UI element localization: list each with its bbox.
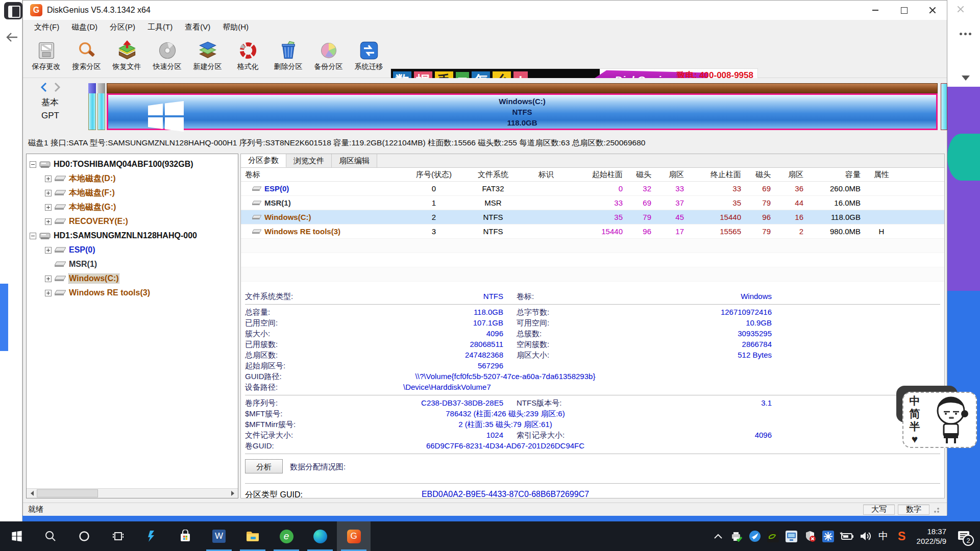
word-button[interactable]: W bbox=[202, 521, 236, 551]
resize-grip[interactable] bbox=[933, 506, 940, 513]
menu-tools[interactable]: 工具(T) bbox=[141, 21, 179, 34]
ime-simplified-indicator[interactable]: 简 bbox=[903, 407, 926, 420]
tree-item-local-d[interactable]: 本地磁盘(D:) bbox=[30, 171, 238, 186]
system-tray: 中 S 18:37 2022/5/9 2 bbox=[709, 521, 980, 551]
tree-item-hd0[interactable]: HD0:TOSHIBAMQ04ABF100(932GB) bbox=[30, 157, 238, 171]
partition-block-windows-c[interactable]: Windows(C:) NTFS 118.0GB bbox=[107, 83, 938, 130]
tab-sector-edit[interactable]: 扇区编辑 bbox=[332, 154, 377, 167]
backup-partition-button[interactable]: 备份分区 bbox=[308, 34, 349, 77]
table-row-msr[interactable]: MSR(1) 1 MSR 33 69 37 35 79 44 16.0MB bbox=[241, 196, 944, 210]
save-changes-button[interactable]: 保存更改 bbox=[26, 34, 66, 77]
expand-icon[interactable] bbox=[45, 204, 52, 211]
tree-item-hd1[interactable]: HD1:SAMSUNGMZNLN128HAHQ-000 bbox=[30, 229, 238, 243]
tray-intel-graphics-icon[interactable] bbox=[783, 521, 800, 551]
store-icon bbox=[179, 530, 192, 543]
partition-block-msr[interactable] bbox=[97, 83, 105, 130]
table-row-windows-c[interactable]: Windows(C:) 2 NTFS 35 79 45 15440 96 16 … bbox=[241, 210, 944, 224]
menu-partition[interactable]: 分区(P) bbox=[104, 21, 141, 34]
new-partition-button[interactable]: 新建分区 bbox=[187, 34, 228, 77]
tree-horizontal-scrollbar[interactable] bbox=[27, 488, 238, 498]
start-button[interactable] bbox=[0, 521, 34, 551]
expand-icon[interactable] bbox=[45, 176, 52, 182]
toolbar: 保存更改 搜索分区 恢复文件 快速分区 新建分区 格式化 bbox=[23, 34, 947, 78]
background-more-icon[interactable] bbox=[960, 33, 973, 36]
tray-battery-icon[interactable] bbox=[838, 521, 855, 551]
search-partition-button[interactable]: 搜索分区 bbox=[66, 34, 107, 77]
tray-nvidia-icon[interactable] bbox=[765, 521, 782, 551]
menu-help[interactable]: 帮助(H) bbox=[216, 21, 255, 34]
tree-item-recovery-e[interactable]: RECOVERY(E:) bbox=[30, 214, 238, 229]
edge-button[interactable] bbox=[303, 521, 337, 551]
taskbar-search-button[interactable] bbox=[34, 521, 67, 551]
flash-app-button[interactable] bbox=[135, 521, 168, 551]
background-caret-icon[interactable] bbox=[962, 76, 970, 85]
ime-heart-icon[interactable]: ♥ bbox=[903, 433, 926, 445]
menu-disk[interactable]: 磁盘(D) bbox=[65, 21, 104, 34]
microsoft-store-button[interactable] bbox=[168, 521, 202, 551]
scroll-left-icon[interactable] bbox=[27, 489, 36, 498]
ime-halfwidth-indicator[interactable]: 半 bbox=[903, 420, 926, 433]
tray-snowflake-icon[interactable] bbox=[820, 521, 837, 551]
format-button[interactable]: 格式化 bbox=[228, 34, 268, 77]
separator bbox=[245, 483, 940, 484]
partition-icon bbox=[55, 218, 66, 225]
menu-file[interactable]: 文件(F) bbox=[28, 21, 65, 34]
system-migrate-button[interactable]: 系统迁移 bbox=[349, 34, 389, 77]
close-button[interactable] bbox=[918, 1, 947, 20]
tray-messenger-icon[interactable] bbox=[746, 521, 764, 551]
tree-item-local-g[interactable]: 本地磁盘(G:) bbox=[30, 200, 238, 214]
minimize-button[interactable] bbox=[861, 1, 890, 20]
table-row-windows-re[interactable]: Windows RE tools(3) 3 NTFS 15440 96 17 1… bbox=[241, 224, 944, 239]
expand-icon[interactable] bbox=[45, 276, 52, 282]
expand-icon[interactable] bbox=[45, 290, 52, 296]
nav-right-icon[interactable] bbox=[53, 82, 62, 92]
cortana-button[interactable] bbox=[67, 521, 101, 551]
tray-printer-icon[interactable] bbox=[728, 521, 745, 551]
partition-block-re-tools[interactable] bbox=[941, 83, 947, 130]
tree-item-esp[interactable]: ESP(0) bbox=[30, 243, 238, 257]
ime-chinese-indicator[interactable]: 中 bbox=[903, 394, 926, 407]
delete-partition-button[interactable]: 删除分区 bbox=[268, 34, 308, 77]
back-arrow-icon[interactable] bbox=[5, 31, 18, 44]
quick-partition-button[interactable]: 快速分区 bbox=[147, 34, 187, 77]
expand-icon[interactable] bbox=[45, 218, 52, 225]
task-view-button[interactable] bbox=[101, 521, 135, 551]
disk-icon bbox=[39, 160, 51, 169]
ime-status-widget[interactable]: 中 简 半 ♥ bbox=[902, 392, 977, 448]
scroll-right-icon[interactable] bbox=[228, 489, 238, 498]
table-row-esp[interactable]: ESP(0) 0 FAT32 0 32 33 33 69 36 260.0MB bbox=[241, 182, 944, 196]
expand-icon[interactable] bbox=[45, 190, 52, 196]
tray-sogou-icon[interactable]: S bbox=[893, 521, 911, 551]
search-icon bbox=[44, 530, 57, 542]
collapse-icon[interactable] bbox=[30, 233, 36, 239]
menu-view[interactable]: 查看(V) bbox=[179, 21, 216, 34]
tab-partition-params[interactable]: 分区参数 bbox=[241, 154, 286, 167]
tree-item-windows-c[interactable]: Windows(C:) bbox=[30, 271, 238, 286]
tray-volume-icon[interactable] bbox=[856, 521, 874, 551]
nav-left-icon[interactable] bbox=[39, 82, 48, 92]
empty-row bbox=[241, 239, 944, 253]
collapse-icon[interactable] bbox=[30, 161, 36, 168]
tray-ime-indicator[interactable]: 中 bbox=[875, 521, 892, 551]
analyze-button[interactable]: 分析 bbox=[245, 459, 283, 473]
partition-block-esp[interactable] bbox=[88, 83, 96, 130]
tree-item-local-f[interactable]: 本地磁盘(F:) bbox=[30, 186, 238, 200]
scrollbar-thumb[interactable] bbox=[37, 489, 98, 497]
background-close-icon[interactable] bbox=[957, 5, 965, 13]
start-icon bbox=[11, 530, 23, 542]
tree-item-msr[interactable]: MSR(1) bbox=[30, 257, 238, 271]
tree-item-windows-re[interactable]: Windows RE tools(3) bbox=[30, 286, 238, 300]
recover-files-button[interactable]: 恢复文件 bbox=[107, 34, 147, 77]
browser-360-button[interactable]: e bbox=[270, 521, 303, 551]
status-bar: 就绪 大写 数字 bbox=[23, 503, 947, 516]
expand-icon[interactable] bbox=[45, 247, 52, 254]
diskgenius-taskbar-button[interactable]: G bbox=[337, 521, 371, 551]
action-center-button[interactable]: 2 bbox=[952, 521, 975, 551]
maximize-button[interactable] bbox=[890, 1, 918, 20]
file-explorer-button[interactable] bbox=[236, 521, 270, 551]
tray-security-shield-icon[interactable] bbox=[801, 521, 819, 551]
tray-chevron-up-icon[interactable] bbox=[709, 521, 727, 551]
empty-row bbox=[241, 267, 944, 282]
tab-browse-files[interactable]: 浏览文件 bbox=[286, 154, 332, 167]
taskbar-clock[interactable]: 18:37 2022/5/9 bbox=[912, 527, 951, 546]
